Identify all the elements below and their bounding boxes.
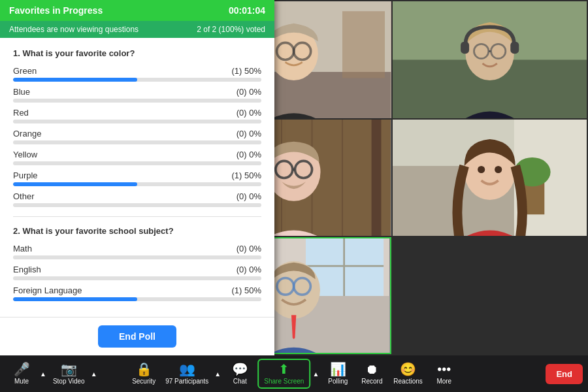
poll-question-1: 1. What is your favorite color?	[13, 48, 261, 58]
option-bar	[13, 276, 261, 280]
poll-question-2: 2. What is your favorite school subject?	[13, 226, 261, 236]
svg-point-57	[495, 165, 502, 172]
toolbar-center: 🔒 Security 👥 97 Participants ▲ 💬 Chat ⬆ …	[127, 359, 461, 389]
poll-option: Math (0) 0%	[13, 244, 261, 259]
poll-option: Foreign Language (1) 50%	[13, 286, 261, 301]
participants-button[interactable]: 👥 97 Participants	[161, 360, 212, 387]
stop-video-label: Stop Video	[53, 378, 85, 385]
polling-icon: 📊	[330, 363, 346, 376]
poll-option: Other (0) 0%	[13, 191, 261, 207]
stop-video-caret[interactable]: ▲	[90, 360, 99, 387]
option-label: Orange	[13, 129, 41, 139]
poll-content: 1. What is your favorite color? Green (1…	[0, 38, 274, 317]
option-stats: (0) 0%	[237, 129, 261, 139]
poll-option: Red (0) 0%	[13, 108, 261, 123]
option-bar-fill	[13, 182, 137, 186]
poll-option: Purple (1) 50%	[13, 171, 261, 186]
svg-rect-8	[342, 11, 385, 78]
option-label: Blue	[13, 87, 30, 97]
record-button[interactable]: ⏺ Record	[355, 360, 388, 387]
mute-group: 🎤 Mute ▲	[5, 360, 48, 387]
poll-status-bar: Attendees are now viewing questions 2 of…	[0, 21, 274, 38]
toolbar-right: End	[540, 364, 583, 384]
option-bar	[13, 203, 261, 207]
stop-video-group: 📷 Stop Video ▲	[49, 360, 99, 387]
poll-divider	[13, 216, 261, 217]
participants-text: Participants	[174, 378, 208, 385]
chat-button[interactable]: 💬 Chat	[223, 360, 256, 387]
poll-panel: Favorites in Progress 00:01:04 Attendees…	[0, 0, 274, 355]
share-screen-group: ⬆ Share Screen ▲	[257, 359, 320, 389]
option-stats: (0) 0%	[237, 191, 261, 201]
more-icon: •••	[437, 363, 451, 376]
poll-vote-count: 2 of 2 (100%) voted	[197, 25, 265, 34]
option-bar	[13, 120, 261, 123]
poll-option: Yellow (0) 0%	[13, 150, 261, 165]
chat-icon: 💬	[232, 363, 248, 376]
option-bar-fill	[13, 297, 137, 301]
poll-footer: End Poll	[0, 317, 274, 355]
option-bar	[13, 78, 261, 82]
chat-label: Chat	[233, 378, 247, 385]
option-bar	[13, 161, 261, 165]
option-label: Foreign Language	[13, 286, 82, 295]
end-button[interactable]: End	[546, 364, 583, 384]
option-bar	[13, 182, 261, 186]
svg-point-56	[478, 165, 485, 172]
poll-title: Favorites in Progress	[9, 5, 103, 16]
mute-icon: 🎤	[14, 363, 30, 376]
poll-option: Green (1) 50%	[13, 66, 261, 82]
more-button[interactable]: ••• More	[428, 360, 461, 387]
svg-rect-19	[461, 41, 469, 54]
option-stats: (0) 0%	[237, 265, 261, 274]
toolbar: 🎤 Mute ▲ 📷 Stop Video ▲ 🔒 Security 👥 97 …	[0, 355, 588, 392]
option-label: Green	[13, 66, 37, 76]
option-label: English	[13, 265, 41, 274]
video-cell-3	[393, 1, 587, 118]
participants-caret[interactable]: ▲	[213, 360, 222, 387]
video-cell-6	[393, 120, 587, 237]
end-poll-button[interactable]: End Poll	[98, 325, 176, 348]
stop-video-button[interactable]: 📷 Stop Video	[49, 360, 89, 387]
option-stats: (0) 0%	[237, 87, 261, 97]
option-label: Purple	[13, 171, 38, 180]
option-bar	[13, 140, 261, 144]
polling-button[interactable]: 📊 Polling	[321, 360, 354, 387]
security-button[interactable]: 🔒 Security	[127, 360, 160, 387]
option-stats: (1) 50%	[231, 66, 261, 76]
mute-label: Mute	[14, 378, 29, 385]
polling-label: Polling	[328, 378, 348, 385]
record-icon: ⏺	[365, 363, 378, 376]
option-stats: (0) 0%	[237, 108, 261, 118]
poll-option: English (0) 0%	[13, 265, 261, 280]
svg-rect-20	[510, 41, 519, 54]
mute-button[interactable]: 🎤 Mute	[5, 360, 38, 387]
option-bar	[13, 99, 261, 103]
toolbar-left: 🎤 Mute ▲ 📷 Stop Video ▲	[5, 360, 99, 387]
poll-option: Orange (0) 0%	[13, 129, 261, 144]
poll-header: Favorites in Progress 00:01:04	[0, 0, 274, 21]
option-label: Other	[13, 191, 35, 201]
video-icon: 📷	[61, 363, 77, 376]
option-stats: (1) 50%	[231, 171, 261, 180]
option-bar	[13, 255, 261, 259]
participants-label: 97 Participants	[165, 378, 208, 385]
participants-group: 👥 97 Participants ▲	[161, 360, 222, 387]
option-label: Red	[13, 108, 29, 118]
poll-q1-options: Green (1) 50% Blue (0) 0% Red (0) 0%	[13, 66, 261, 207]
mute-caret[interactable]: ▲	[39, 360, 48, 387]
option-label: Yellow	[13, 150, 37, 159]
poll-timer: 00:01:04	[229, 5, 265, 16]
poll-q2-options: Math (0) 0% English (0) 0% Foreign Langu…	[13, 244, 261, 301]
security-label: Security	[132, 378, 155, 385]
option-stats: (1) 50%	[231, 286, 261, 295]
record-label: Record	[361, 378, 382, 385]
participants-icon: 👥	[179, 363, 195, 376]
reactions-button[interactable]: 😊 Reactions	[389, 360, 426, 387]
share-screen-caret[interactable]: ▲	[311, 359, 320, 389]
share-screen-button[interactable]: ⬆ Share Screen	[257, 359, 310, 389]
share-screen-label: Share Screen	[264, 378, 304, 385]
option-bar-fill	[13, 78, 137, 82]
reactions-icon: 😊	[400, 363, 416, 376]
option-label: Math	[13, 244, 32, 253]
